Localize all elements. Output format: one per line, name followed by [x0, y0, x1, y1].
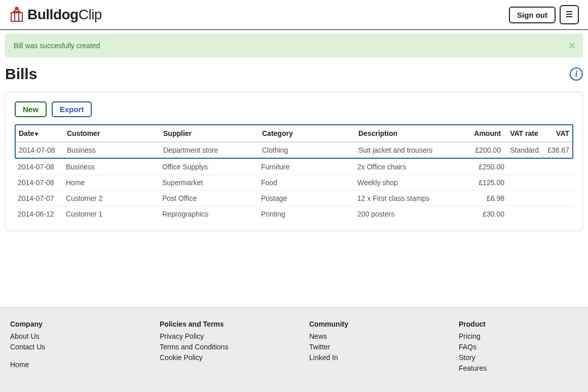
cell-date: 2014-07-07 [15, 191, 63, 206]
cell-supplier: Reprographics [159, 206, 258, 222]
cell-customer: Customer 1 [63, 206, 159, 222]
cell-category: Postage [258, 191, 354, 206]
col-supplier[interactable]: Supplier [160, 125, 259, 142]
bills-table-rest: 2014-07-08BusinessOffice SupplysFurnitur… [15, 159, 573, 222]
cell-amount: £125.00 [467, 175, 507, 191]
cell-date: 2014-07-08 [16, 142, 64, 158]
cell-vat-rate [507, 159, 543, 175]
cell-customer: Home [63, 175, 159, 191]
cell-supplier: Office Supplys [159, 159, 258, 175]
cell-date: 2014-07-08 [15, 175, 63, 191]
footer-col-company: Company About Us Contact Us Home [10, 320, 129, 374]
cell-customer: Business [63, 159, 159, 175]
cell-category: Furniture [258, 159, 354, 175]
cell-vat [543, 206, 573, 222]
footer-link[interactable]: Contact Us [10, 342, 129, 352]
svg-rect-1 [11, 13, 22, 21]
table-highlight: Date▾ Customer Supplier Category Descrip… [15, 124, 573, 159]
cell-date: 2014-07-08 [15, 159, 63, 175]
col-vat-rate[interactable]: VAT rate [504, 125, 542, 142]
logo-text: BulldogClip [27, 7, 102, 23]
footer-link-home[interactable]: Home [10, 360, 129, 370]
cell-amount: £6.98 [467, 191, 507, 206]
footer-link[interactable]: Cookie Policy [160, 352, 279, 363]
cell-amount: £250.00 [467, 159, 507, 175]
bills-table: Date▾ Customer Supplier Category Descrip… [16, 125, 572, 158]
footer-col-policies: Policies and Terms Privacy Policy Terms … [160, 320, 279, 374]
cell-customer: Customer 2 [63, 191, 159, 206]
cell-vat [543, 191, 573, 206]
table-row[interactable]: 2014-07-07Customer 2Post OfficePostage12… [15, 191, 573, 206]
cell-date: 2014-06-12 [15, 206, 63, 222]
col-description[interactable]: Description [355, 125, 463, 142]
table-row[interactable]: 2014-07-08HomeSupermarketFoodWeekly shop… [15, 175, 573, 191]
cell-vat: £36.67 [542, 142, 572, 158]
cell-description: 200 posters [354, 206, 467, 222]
cell-vat [543, 159, 573, 175]
menu-icon [565, 10, 573, 20]
cell-description: 2x Office chairs [354, 159, 467, 175]
export-button[interactable]: Export [52, 101, 92, 117]
page-title: Bills [5, 65, 37, 83]
footer-link[interactable]: Story [459, 352, 578, 363]
col-date[interactable]: Date▾ [16, 125, 64, 142]
cell-vat-rate [507, 206, 543, 222]
footer-link[interactable]: News [309, 331, 428, 342]
info-icon[interactable]: i [570, 67, 583, 81]
footer: Company About Us Contact Us Home Policie… [0, 307, 588, 392]
footer-link[interactable]: Terms and Conditions [160, 342, 279, 352]
footer-heading: Community [309, 320, 428, 328]
footer-col-community: Community News Twitter Linked In [309, 320, 428, 374]
table-row[interactable]: 2014-07-08BusinessDepartment storeClothi… [16, 142, 572, 158]
header: BulldogClip Sign out [0, 0, 588, 30]
footer-link[interactable]: Linked In [309, 352, 428, 363]
new-button[interactable]: New [15, 101, 47, 117]
cell-vat-rate: Standard [504, 142, 542, 158]
col-amount[interactable]: Amount [463, 125, 504, 142]
footer-link[interactable]: Privacy Policy [160, 331, 279, 342]
cell-vat-rate [507, 191, 543, 206]
col-category[interactable]: Category [259, 125, 355, 142]
bills-panel: New Export Date▾ Customer Supplier Categ… [5, 92, 583, 231]
table-row[interactable]: 2014-06-12Customer 1ReprographicsPrintin… [15, 206, 573, 222]
cell-description: Weekly shop [354, 175, 467, 191]
success-alert: Bill was succesfully created × [5, 34, 583, 57]
menu-button[interactable] [560, 5, 579, 24]
sort-desc-icon: ▾ [35, 130, 38, 137]
footer-heading: Product [459, 320, 578, 328]
footer-link[interactable]: Twitter [309, 342, 428, 352]
cell-category: Food [258, 175, 354, 191]
logo-icon [9, 7, 24, 23]
cell-customer: Business [64, 142, 160, 158]
footer-link[interactable]: About Us [10, 331, 129, 342]
cell-category: Clothing [259, 142, 355, 158]
footer-link[interactable]: Features [459, 363, 578, 374]
col-customer[interactable]: Customer [64, 125, 160, 142]
col-vat[interactable]: VAT [542, 125, 572, 142]
cell-category: Printing [258, 206, 354, 222]
footer-link[interactable]: Pricing [459, 331, 578, 342]
cell-amount: £200.00 [463, 142, 504, 158]
cell-supplier: Post Office [159, 191, 258, 206]
cell-vat [543, 175, 573, 191]
signout-button[interactable]: Sign out [509, 7, 556, 23]
cell-description: Suit jacket and trousers [355, 142, 463, 158]
footer-heading: Company [10, 320, 129, 328]
logo[interactable]: BulldogClip [9, 7, 102, 23]
cell-vat-rate [507, 175, 543, 191]
close-icon[interactable]: × [569, 39, 575, 52]
alert-message: Bill was succesfully created [14, 42, 100, 50]
cell-amount: £30.00 [467, 206, 507, 222]
footer-heading: Policies and Terms [160, 320, 279, 328]
cell-description: 12 x First class stamps [354, 191, 467, 206]
table-row[interactable]: 2014-07-08BusinessOffice SupplysFurnitur… [15, 159, 573, 175]
cell-supplier: Supermarket [159, 175, 258, 191]
cell-supplier: Department store [160, 142, 259, 158]
footer-col-product: Product Pricing FAQs Story Features [459, 320, 578, 374]
footer-link[interactable]: FAQs [459, 342, 578, 352]
